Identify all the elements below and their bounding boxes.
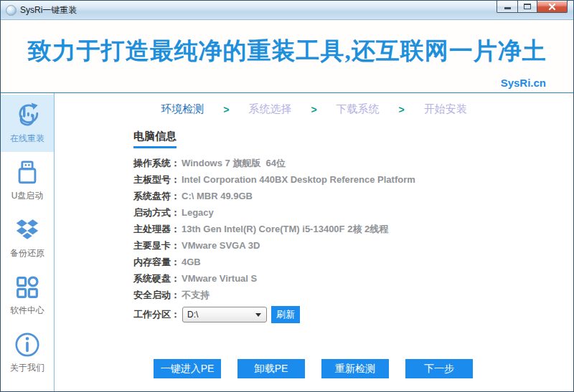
- step-separator-icon: >: [223, 104, 229, 115]
- info-value: VMware SVGA 3D: [182, 240, 260, 251]
- sidebar-item-backup-restore[interactable]: 备份还原: [1, 209, 54, 267]
- info-value: 13th Gen Intel(R) Core(TM) i5-13400F 2核 …: [182, 224, 388, 234]
- window-title: SysRi一键重装: [20, 4, 77, 16]
- info-row-motherboard: 主板型号： Intel Corporation 440BX Desktop Re…: [133, 174, 573, 185]
- sidebar-item-label: 备份还原: [10, 247, 44, 259]
- sidebar-item-software-center[interactable]: 软件中心: [1, 267, 54, 324]
- section-title: 电脑信息: [133, 130, 177, 148]
- info-row-hdd: 系统硬盘： VMware Virtual S: [133, 273, 573, 284]
- sidebar-item-label: U盘启动: [11, 190, 44, 202]
- info-value: Legacy: [182, 207, 214, 218]
- app-logo-icon: [6, 5, 17, 16]
- maximize-icon: [524, 4, 531, 9]
- window-controls: [497, 1, 568, 13]
- sidebar-item-label: 关于我们: [10, 362, 44, 374]
- online-reinstall-icon: [14, 102, 41, 129]
- info-value: Intel Corporation 440BX Desktop Referenc…: [182, 174, 415, 185]
- main-panel: 环境检测 > 系统选择 > 下载系统 > 开始安装 电脑信息 操作系统： Win…: [55, 93, 573, 391]
- sidebar: 在线重装 U盘启动: [1, 93, 55, 391]
- info-row-gpu: 主要显卡： VMware SVGA 3D: [133, 240, 573, 251]
- uninstall-pe-button[interactable]: 卸载PE: [237, 359, 305, 378]
- close-button[interactable]: [537, 1, 568, 13]
- info-row-memory: 内存容量： 4GB: [133, 257, 573, 267]
- step-download-system: 下载系统: [337, 102, 380, 116]
- info-row-cpu: 主处理器： 13th Gen Intel(R) Core(TM) i5-1340…: [133, 224, 573, 234]
- next-step-button[interactable]: 下一步: [405, 359, 473, 378]
- info-row-os: 操作系统： Windows 7 旗舰版 64位: [133, 158, 573, 168]
- about-us-icon: [14, 331, 41, 358]
- partition-select[interactable]: D:\: [182, 307, 267, 322]
- info-label: 操作系统：: [133, 158, 180, 168]
- sidebar-item-usb-boot[interactable]: U盘启动: [1, 152, 54, 209]
- sidebar-item-label: 软件中心: [10, 305, 44, 317]
- enter-pe-button[interactable]: 一键进入PE: [154, 359, 221, 378]
- partition-selected-value: D:\: [187, 310, 198, 320]
- sidebar-item-online-reinstall[interactable]: 在线重装: [1, 95, 54, 152]
- banner-site-label: SysRi.cn: [501, 77, 546, 89]
- sidebar-item-label: 在线重装: [10, 133, 44, 145]
- info-label: 安全启动：: [133, 290, 180, 300]
- wizard-steps: 环境检测 > 系统选择 > 下载系统 > 开始安装: [55, 102, 573, 116]
- backup-restore-icon: [14, 216, 41, 244]
- step-separator-icon: >: [311, 104, 316, 115]
- info-row-secure-boot: 安全启动： 不支持: [133, 290, 573, 300]
- minimize-icon: [504, 7, 511, 9]
- maximize-button[interactable]: [517, 1, 537, 13]
- close-icon: [548, 3, 556, 11]
- info-value: Windows 7 旗舰版 64位: [182, 158, 286, 168]
- info-label: 系统硬盘：: [133, 273, 180, 284]
- banner-slogan: 致力于打造最纯净的重装工具,还互联网一片净土: [1, 20, 573, 67]
- computer-info-list: 操作系统： Windows 7 旗舰版 64位 主板型号： Intel Corp…: [133, 158, 573, 300]
- info-row-system-drive: 系统盘符： C:\ MBR 49.9GB: [133, 191, 573, 201]
- refresh-button[interactable]: 刷新: [271, 306, 300, 323]
- info-label: 主板型号：: [133, 174, 180, 185]
- step-start-install: 开始安装: [424, 102, 467, 116]
- step-env-check: 环境检测: [161, 102, 204, 116]
- info-value: VMware Virtual S: [182, 273, 257, 284]
- footer-actions: 一键进入PE 卸载PE 重新检测 下一步: [154, 359, 473, 378]
- partition-row: 工作分区： D:\ 刷新: [133, 306, 573, 323]
- step-separator-icon: >: [399, 104, 405, 115]
- info-value: C:\ MBR 49.9GB: [182, 191, 253, 201]
- minimize-button[interactable]: [497, 1, 517, 13]
- info-label: 内存容量：: [133, 257, 180, 267]
- partition-label: 工作分区：: [133, 308, 180, 321]
- info-label: 主要显卡：: [133, 240, 180, 251]
- app-window: SysRi一键重装 致力于打造最纯净的重装工具,还互联网一片净土 SysRi.c…: [0, 0, 574, 392]
- dropdown-arrow-icon: [255, 313, 261, 317]
- info-value: 4GB: [182, 257, 201, 267]
- info-value: 不支持: [182, 290, 210, 300]
- recheck-button[interactable]: 重新检测: [321, 359, 389, 378]
- info-row-boot-mode: 启动方式： Legacy: [133, 207, 573, 218]
- step-system-select: 系统选择: [248, 102, 291, 116]
- banner: 致力于打造最纯净的重装工具,还互联网一片净土 SysRi.cn: [1, 20, 573, 92]
- software-center-icon: [14, 274, 41, 301]
- titlebar: SysRi一键重装: [1, 1, 573, 20]
- info-label: 系统盘符：: [133, 191, 180, 201]
- info-label: 主处理器：: [133, 224, 180, 234]
- usb-boot-icon: [14, 159, 41, 186]
- info-label: 启动方式：: [133, 207, 180, 218]
- sidebar-item-about-us[interactable]: 关于我们: [1, 324, 54, 381]
